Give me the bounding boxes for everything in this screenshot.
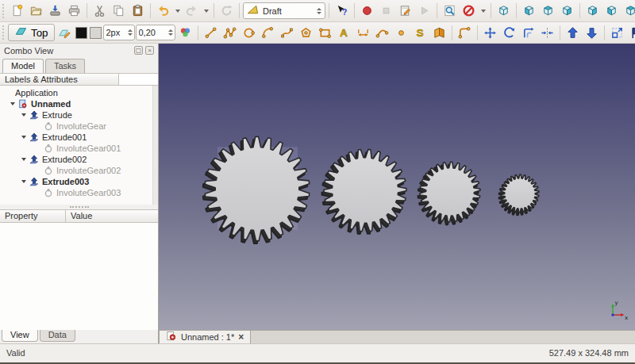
macro-edit-button[interactable] [396,2,414,20]
expand-arrow-icon[interactable] [8,102,17,105]
mod-downgrade-button[interactable] [583,24,601,42]
record-button[interactable] [358,2,376,20]
d-line-button[interactable] [202,24,220,42]
tree-scrollbar[interactable] [152,86,158,205]
print-button[interactable] [65,2,83,20]
tree-column-header[interactable]: Labels & Attributes [0,74,119,85]
copy-button[interactable] [110,2,128,20]
tab-model[interactable]: Model [2,59,44,73]
paste-button[interactable] [129,2,147,20]
expand-arrow-icon[interactable] [19,113,29,117]
d-fillet-button[interactable] [456,24,474,42]
dock-close-icon[interactable]: × [145,46,154,55]
cut-icon [93,4,106,17]
value-column-header[interactable]: Value [66,210,97,222]
tree-item-involutegear003[interactable]: InvoluteGear003 [2,187,158,198]
redo-icon [185,4,198,17]
dropdown-caret-icon[interactable] [479,2,487,20]
gear-shape-4[interactable] [499,174,539,215]
color-wheel-button[interactable] [176,24,194,42]
property-column-header[interactable]: Property [0,210,66,222]
tree-item-extrude002[interactable]: Extrude002 [2,154,158,165]
d-rect-button[interactable] [316,24,334,42]
scale-spinbox[interactable] [136,25,175,40]
dock-float-icon[interactable]: ▢ [134,46,143,55]
d-wire-button[interactable] [221,24,239,42]
status-dimensions: 527.49 x 324.48 mm [549,348,629,358]
working-plane-button[interactable]: Top [8,24,55,41]
new-file-button[interactable] [8,2,26,20]
mod-trim-button[interactable] [538,24,556,42]
redo-button[interactable] [183,2,201,20]
cube-left-button[interactable] [622,2,635,20]
tab-data[interactable]: Data [40,330,75,342]
cube-iso-button[interactable] [495,2,513,20]
gear-shape-2[interactable] [322,149,407,234]
tree-item-extrude001[interactable]: Extrude001 [2,132,158,143]
tree-item-involutegear002[interactable]: InvoluteGear002 [2,165,158,176]
d-shapestring-button[interactable]: S [411,24,429,42]
refresh-button[interactable] [217,2,236,20]
d-dim-button[interactable] [354,24,372,42]
d-polygon-button[interactable] [297,24,315,42]
gear-shape-3[interactable] [418,162,480,224]
cube-right-button[interactable] [558,2,576,20]
cut-button[interactable] [90,2,109,20]
expand-arrow-icon[interactable] [19,158,29,161]
cube-top-button[interactable] [539,2,557,20]
cube-rear-button[interactable] [583,2,602,20]
scale-input[interactable] [139,28,168,37]
spinner-arrows[interactable] [128,29,133,36]
d-arc-button[interactable] [259,24,277,42]
tree-item-extrude003[interactable]: Extrude003 [2,176,158,187]
mod-offset-button[interactable] [519,24,537,42]
draw-style-button[interactable] [460,2,478,20]
workbench-selector[interactable]: Draft [243,2,325,19]
d-point-button[interactable] [392,24,410,42]
expand-arrow-icon[interactable] [19,136,29,139]
spinner-arrows[interactable] [317,8,322,14]
d-bezier-button[interactable] [373,24,391,42]
stop-button[interactable] [377,2,395,20]
save-icon [48,4,62,17]
toolbar-separator [477,25,478,40]
tab-tasks[interactable]: Tasks [45,59,85,73]
toolbar-separator [198,25,198,40]
mod-rotate-button[interactable] [500,24,518,42]
play-button[interactable] [415,2,433,20]
document-tab[interactable]: Unnamed : 1* × [159,331,251,343]
tree-item-involutegear[interactable]: InvoluteGear [2,121,158,132]
face-color-swatch[interactable] [90,27,102,39]
toolbar-drag-handle[interactable] [2,25,5,40]
toolbar-drag-handle[interactable] [2,4,5,18]
close-tab-icon[interactable]: × [238,332,244,342]
mod-upgrade-button[interactable] [564,24,582,42]
3d-viewport[interactable]: yx [159,44,635,330]
tree-item-document[interactable]: Unnamed [2,98,158,109]
zoom-fit-button[interactable] [441,2,459,20]
line-color-swatch[interactable] [75,27,87,39]
tree-item-extrude[interactable]: Extrude [2,109,158,121]
d-circle-button[interactable] [240,24,258,42]
d-facebinder-button[interactable] [430,24,448,42]
mod-scale-button[interactable] [608,24,626,42]
tab-view[interactable]: View [2,330,38,342]
save-button[interactable] [46,2,64,20]
d-bspline-button[interactable] [278,24,296,42]
plane-pen-button[interactable] [56,24,74,42]
whats-this-button[interactable]: ? [333,2,351,20]
line-width-input[interactable] [106,28,128,37]
tree-item-involutegear001[interactable]: InvoluteGear001 [2,143,158,154]
undo-button[interactable] [154,2,172,20]
line-width-spinbox[interactable] [103,25,135,40]
cube-front-button[interactable] [520,2,538,20]
expand-arrow-icon[interactable] [19,180,29,183]
spinner-arrows[interactable] [168,29,174,36]
open-button[interactable] [27,2,45,20]
dropdown-caret-icon[interactable] [173,2,182,20]
mod-move-button[interactable] [481,24,499,42]
mod-edit-button[interactable] [627,24,635,42]
d-text-button[interactable]: A [335,24,353,42]
dropdown-caret-icon[interactable] [202,2,210,20]
cube-bottom-button[interactable] [602,2,621,20]
